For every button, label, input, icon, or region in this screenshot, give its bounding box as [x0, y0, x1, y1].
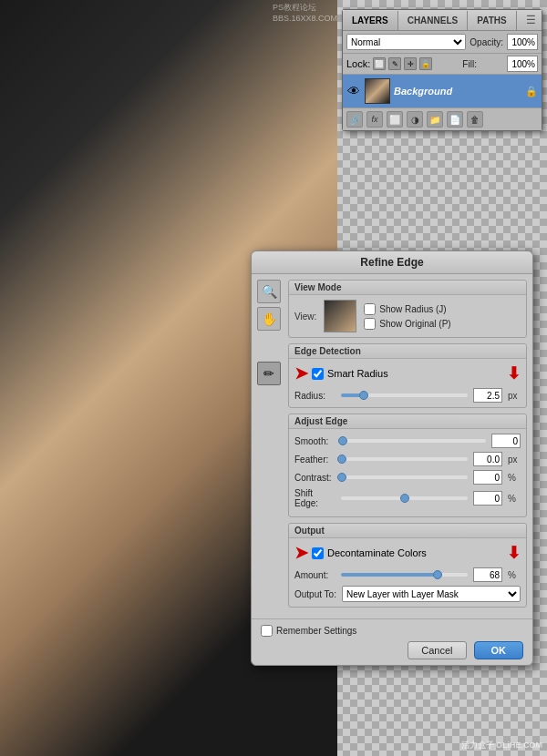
ok-button[interactable]: OK: [474, 641, 524, 659]
mask-icon[interactable]: ⬜: [387, 111, 403, 128]
delete-icon[interactable]: 🗑: [467, 111, 483, 128]
dialog-main-content: View Mode View: Show Radius (J): [288, 280, 527, 613]
adjust-edge-content: Smooth: Feather: px: [289, 429, 526, 516]
lock-image-icon[interactable]: ✎: [388, 57, 401, 70]
layers-panel-header: LAYERS CHANNELS PATHS ☰: [343, 10, 542, 31]
contrast-value[interactable]: [473, 470, 502, 485]
shift-edge-row: Shift Edge: %: [294, 488, 521, 508]
feather-label: Feather:: [294, 455, 335, 465]
view-mode-section: View Mode View: Show Radius (J): [288, 280, 527, 338]
cancel-button[interactable]: Cancel: [408, 641, 466, 659]
decontaminate-checkbox[interactable]: [312, 547, 324, 559]
tab-layers[interactable]: LAYERS: [343, 11, 398, 30]
dialog-title: Refine Edge: [252, 251, 532, 274]
contrast-unit: %: [508, 473, 521, 483]
shift-edge-label: Shift Edge:: [294, 488, 335, 508]
adjustment-icon[interactable]: ◑: [407, 111, 423, 128]
link-icon[interactable]: 🔗: [346, 111, 363, 128]
lock-transparent-icon[interactable]: ⬜: [373, 57, 386, 70]
smooth-thumb[interactable]: [338, 436, 347, 445]
radius-value-input[interactable]: [473, 388, 502, 403]
output-to-select[interactable]: New Layer with Layer Mask Selection Laye…: [342, 586, 521, 602]
view-mode-content: View: Show Radius (J) Show Original (P): [289, 295, 526, 337]
show-original-row: Show Original (P): [364, 318, 450, 330]
shift-edge-slider: [341, 496, 468, 500]
show-original-checkbox[interactable]: [364, 318, 376, 330]
radius-slider-track: [341, 393, 468, 397]
tab-channels[interactable]: CHANNELS: [398, 11, 469, 30]
radius-label: Radius:: [294, 391, 335, 401]
feather-thumb[interactable]: [337, 455, 346, 464]
smooth-label: Smooth:: [294, 436, 335, 446]
lock-position-icon[interactable]: ✛: [404, 57, 417, 70]
adjust-edge-title: Adjust Edge: [289, 414, 526, 429]
amount-value[interactable]: [473, 567, 502, 582]
lock-all-icon[interactable]: 🔒: [419, 57, 432, 70]
brush-tool-button[interactable]: ✏: [257, 362, 281, 385]
hand-tool-button[interactable]: ✋: [257, 307, 281, 331]
contrast-row: Contrast: %: [294, 470, 521, 485]
layers-bottom-toolbar: 🔗 fx ⬜ ◑ 📁 📄 🗑: [343, 107, 542, 130]
edge-detection-content: ➤ Smart Radius ⬇ Radius: px: [289, 359, 526, 407]
decontaminate-row: ➤ Decontaminate Colors ⬇: [294, 543, 521, 563]
smart-radius-row: ➤ Smart Radius ⬇: [294, 363, 521, 383]
layer-thumbnail: [365, 78, 390, 104]
contrast-label: Contrast:: [294, 473, 335, 483]
amount-thumb[interactable]: [433, 570, 442, 579]
amount-unit: %: [508, 570, 521, 580]
show-radius-row: Show Radius (J): [364, 303, 450, 315]
feather-unit: px: [508, 455, 521, 465]
group-icon[interactable]: 📁: [427, 111, 443, 128]
layer-lock-icon: 🔒: [525, 85, 538, 97]
panel-menu-icon[interactable]: ☰: [521, 10, 542, 30]
new-layer-icon[interactable]: 📄: [447, 111, 463, 128]
adjust-edge-section: Adjust Edge Smooth: Feather:: [288, 414, 527, 517]
layers-panel: LAYERS CHANNELS PATHS ☰ Normal Opacity: …: [342, 9, 542, 131]
dialog-body: 🔍 ✋ ✏ View Mode View: Show Radius (J): [252, 274, 532, 618]
fill-input[interactable]: [507, 56, 538, 72]
edge-detection-title: Edge Detection: [289, 344, 526, 359]
smooth-value[interactable]: [491, 434, 521, 448]
dialog-buttons: Cancel OK: [261, 641, 523, 659]
site-watermark: 活力盒子 OLiHE.COM: [461, 740, 543, 751]
fx-icon[interactable]: fx: [366, 111, 383, 128]
decontaminate-arrow: ➤: [294, 543, 308, 563]
radius-row: Radius: px: [294, 388, 521, 403]
amount-label: Amount:: [294, 570, 335, 580]
blend-mode-select[interactable]: Normal: [346, 34, 466, 50]
smart-radius-checkbox[interactable]: [312, 368, 324, 380]
radius-slider-thumb[interactable]: [359, 391, 368, 400]
opacity-input[interactable]: [507, 34, 538, 50]
feather-slider: [341, 457, 468, 461]
refine-edge-dialog: Refine Edge 🔍 ✋ ✏ View Mode View:: [251, 250, 533, 666]
show-radius-label: Show Radius (J): [379, 304, 446, 314]
layer-visibility-toggle[interactable]: 👁: [346, 84, 361, 98]
layer-background-row[interactable]: 👁 Background 🔒: [343, 75, 542, 107]
show-radius-checkbox[interactable]: [364, 303, 376, 315]
view-label: View:: [294, 312, 316, 322]
layer-name-label: Background: [394, 86, 521, 97]
output-content: ➤ Decontaminate Colors ⬇ Amount: %: [289, 538, 526, 607]
radius-unit: px: [508, 391, 521, 401]
zoom-tool-button[interactable]: 🔍: [257, 280, 281, 303]
watermark-text: PS教程论坛BBS.16XX8.COM: [273, 2, 337, 23]
remember-label: Remember Settings: [276, 626, 356, 636]
smart-radius-arrow: ➤: [294, 363, 308, 383]
edge-detection-section: Edge Detection ➤ Smart Radius ⬇ Radius:: [288, 343, 527, 408]
smart-radius-arrow-right: ⬇: [507, 363, 521, 383]
smooth-row: Smooth:: [294, 434, 521, 448]
output-to-row: Output To: New Layer with Layer Mask Sel…: [294, 586, 521, 602]
dialog-tools: 🔍 ✋ ✏: [257, 280, 283, 613]
shift-edge-value[interactable]: [473, 491, 502, 506]
lock-label: Lock:: [346, 58, 370, 69]
feather-value[interactable]: [473, 452, 502, 466]
shift-edge-thumb[interactable]: [400, 494, 409, 503]
view-thumbnail[interactable]: [324, 300, 356, 332]
shift-edge-unit: %: [508, 494, 521, 504]
view-mode-title: View Mode: [289, 281, 526, 295]
feather-row: Feather: px: [294, 452, 521, 466]
remember-settings-checkbox[interactable]: [261, 625, 273, 637]
output-title: Output: [289, 524, 526, 538]
tab-paths[interactable]: PATHS: [468, 11, 516, 30]
contrast-thumb[interactable]: [337, 473, 346, 482]
